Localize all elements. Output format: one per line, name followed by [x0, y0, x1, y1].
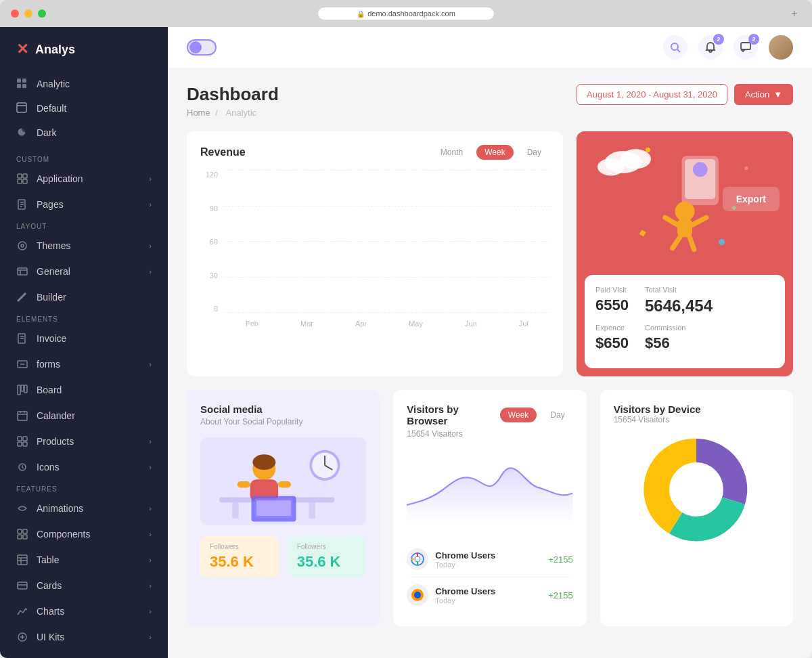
main-content: 2 2 Dashboard Home / — [168, 27, 812, 658]
chrome-icon — [407, 548, 428, 570]
breadcrumb-home[interactable]: Home — [187, 108, 210, 118]
date-range-button[interactable]: August 1, 2020 - August 31, 2020 — [577, 84, 727, 105]
visitors-browser-card: Visitors by Browser Week Day 15654 Visai… — [393, 390, 586, 626]
x-label-may: May — [409, 320, 423, 328]
svg-line-61 — [690, 237, 694, 249]
svg-point-85 — [414, 592, 421, 598]
expense-label: Expence — [595, 324, 629, 332]
svg-rect-9 — [23, 179, 27, 183]
followers-label-2: Followers — [297, 543, 357, 550]
grid-icon — [16, 78, 28, 90]
sidebar-item-forms[interactable]: forms › — [0, 351, 168, 377]
cards-icon — [16, 579, 28, 592]
sidebar-item-builder[interactable]: Builder — [0, 284, 168, 310]
chat-icon — [740, 42, 751, 53]
sidebar-item-products[interactable]: Products › — [0, 429, 168, 454]
svg-rect-40 — [18, 555, 27, 565]
sidebar-item-cards[interactable]: Cards › — [0, 573, 168, 598]
commission-label: Commission — [645, 324, 686, 332]
action-arrow-icon: ▼ — [773, 89, 782, 100]
sidebar-item-charts[interactable]: Charts › — [0, 598, 168, 624]
svg-rect-24 — [18, 385, 20, 395]
logo-text: Analys — [35, 43, 75, 57]
chevron-right-icon: › — [149, 607, 152, 615]
page-title: Dashboard — [187, 84, 279, 105]
svg-point-83 — [415, 556, 420, 562]
browser-tab-week[interactable]: Week — [500, 408, 537, 422]
page-title-section: Dashboard Home / Analytic — [187, 84, 279, 118]
sidebar-item-uikits[interactable]: UI Kits › — [0, 624, 168, 650]
revenue-header: Revenue Month Week Day — [200, 145, 549, 160]
svg-rect-69 — [309, 502, 315, 519]
sidebar-item-animations[interactable]: Animations › — [0, 496, 168, 521]
sidebar-item-application[interactable]: Application › — [0, 166, 168, 192]
charts-label: Charts — [37, 606, 141, 617]
url-bar: 🔒 demo.dashboardpack.com — [318, 7, 494, 20]
chevron-right-icon: › — [149, 242, 152, 250]
firefox-count: +2155 — [548, 590, 573, 600]
svg-point-15 — [21, 244, 24, 247]
svg-point-62 — [646, 148, 650, 152]
uikits-label: UI Kits — [37, 632, 141, 642]
new-tab-button[interactable]: + — [788, 7, 801, 20]
sidebar-item-themes[interactable]: Themes › — [0, 233, 168, 259]
sidebar-item-components[interactable]: Components › — [0, 521, 168, 547]
features-section-label: FEATURES — [0, 480, 168, 496]
y-label-0: 0 — [200, 305, 218, 313]
sidebar-item-calander[interactable]: Calander — [0, 403, 168, 429]
line-chart-svg — [407, 449, 572, 531]
logo: ✕ Analys — [0, 27, 168, 72]
user-avatar[interactable] — [769, 35, 793, 60]
application-label: Application — [37, 173, 141, 184]
revenue-tab-group: Month Week Day — [432, 145, 549, 160]
sidebar-item-board[interactable]: Board — [0, 377, 168, 403]
tab-day[interactable]: Day — [519, 145, 549, 160]
layout-section-label: LAYOUT — [0, 217, 168, 233]
close-button[interactable] — [11, 9, 19, 18]
chevron-right-icon: › — [149, 556, 152, 564]
total-visit-stat: Total Visit 5646,454 — [645, 286, 713, 315]
revenue-card: Revenue Month Week Day 0 30 60 — [187, 131, 563, 376]
chevron-right-icon: › — [149, 360, 152, 368]
chevron-right-icon: › — [149, 175, 152, 183]
y-axis: 0 30 60 90 120 — [200, 171, 221, 313]
sidebar-item-icons[interactable]: Icons › — [0, 454, 168, 480]
sidebar-item-table[interactable]: Table › — [0, 547, 168, 573]
bell-icon — [705, 42, 716, 53]
browser-card-title: Visitors by Browser — [407, 403, 500, 426]
theme-toggle[interactable] — [187, 39, 217, 56]
expense-stat: Expence $650 — [595, 324, 629, 352]
window-chrome: 🔒 demo.dashboardpack.com + — [0, 0, 812, 27]
messages-button[interactable]: 2 — [734, 35, 758, 60]
export-button[interactable]: Export — [723, 187, 780, 211]
sidebar-item-invoice[interactable]: Invoice — [0, 326, 168, 351]
followers-label-1: Followers — [210, 543, 270, 550]
x-label-feb: Feb — [246, 320, 258, 328]
sidebar-item-general[interactable]: General › — [0, 259, 168, 284]
browser-tab-group: Week Day — [500, 408, 573, 422]
browser-info-firefox: Chrome Users Today — [435, 586, 541, 605]
browser-card-header: Visitors by Browser Week Day — [407, 403, 572, 426]
tab-week[interactable]: Week — [476, 145, 513, 160]
y-label-120: 120 — [200, 171, 218, 179]
components-label: Components — [37, 529, 141, 540]
search-icon — [670, 42, 681, 53]
tab-month[interactable]: Month — [432, 145, 471, 160]
maximize-button[interactable] — [38, 9, 46, 18]
app-icon — [16, 173, 28, 185]
action-button[interactable]: Action ▼ — [734, 84, 793, 105]
sidebar-item-analytic[interactable]: Analytic — [0, 72, 168, 96]
followers-value-1: 35.6 K — [210, 553, 270, 571]
search-button[interactable] — [663, 35, 687, 60]
dashboard-grid: Revenue Month Week Day 0 30 60 — [187, 131, 793, 376]
total-visit-value: 5646,454 — [645, 297, 713, 315]
sidebar-item-default[interactable]: Default — [0, 96, 168, 120]
analytic-label: Analytic — [37, 79, 70, 89]
sidebar-item-dark[interactable]: Dark — [0, 120, 168, 145]
minimize-button[interactable] — [24, 9, 32, 18]
notifications-button[interactable]: 2 — [698, 35, 723, 60]
pages-label: Pages — [37, 199, 141, 210]
builder-label: Builder — [37, 292, 152, 303]
sidebar-item-pages[interactable]: Pages › — [0, 192, 168, 217]
browser-tab-day[interactable]: Day — [542, 408, 572, 422]
